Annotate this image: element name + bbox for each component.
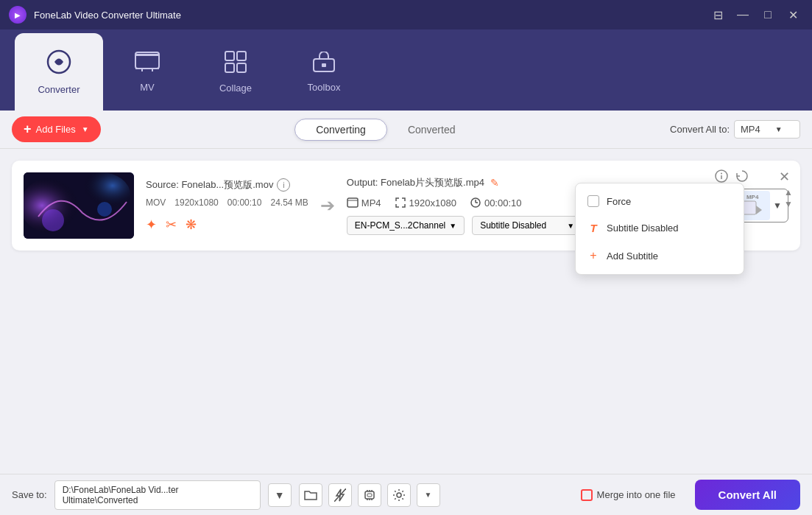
subtitle-menu: Force T Subtitle Disabled + Add Subtitle xyxy=(575,183,744,275)
convert-all-to-label: Convert All to: xyxy=(670,124,730,135)
info-icon[interactable]: i xyxy=(277,178,290,192)
tab-converter-label: Converter xyxy=(38,84,80,95)
file-size: 24.54 MB xyxy=(270,197,308,208)
svg-point-17 xyxy=(97,202,112,217)
card-nav: ▲ ▼ xyxy=(784,187,793,209)
settings-dropdown-btn[interactable]: ▼ xyxy=(417,483,440,507)
add-subtitle-label: Add Subtitle xyxy=(607,251,658,262)
subtitle-dropdown-arrow: ▼ xyxy=(567,222,574,230)
folder-browse-button[interactable] xyxy=(299,483,322,507)
add-subtitle-icon: + xyxy=(587,249,599,262)
converting-tab[interactable]: Converting xyxy=(294,119,387,141)
collage-icon xyxy=(225,51,247,78)
tab-toolbox-label: Toolbox xyxy=(308,82,341,93)
tab-collage-label: Collage xyxy=(219,83,252,94)
format-dropdown-arrow: ▼ xyxy=(775,125,783,133)
format-value: MP4 xyxy=(741,124,760,135)
svg-rect-29 xyxy=(367,494,372,497)
badge-dropdown-arrow[interactable]: ▼ xyxy=(773,200,782,211)
thumbnail-image xyxy=(24,172,134,239)
toolbox-icon xyxy=(313,52,335,77)
add-files-label: Add Files xyxy=(36,124,76,135)
trim-icon[interactable]: ✂ xyxy=(166,217,177,233)
file-info: Source: Fonelab...预览版.mov i MOV 1920x108… xyxy=(146,178,308,233)
source-info: Source: Fonelab...预览版.mov i xyxy=(146,178,308,192)
svg-rect-23 xyxy=(743,201,756,214)
subtitle-disabled-label: Subtitle Disabled xyxy=(607,223,679,234)
file-meta: MOV 1920x1080 00:00:10 24.54 MB xyxy=(146,197,308,208)
tab-mv-label: MV xyxy=(140,82,155,93)
subtitle-disabled-item[interactable]: T Subtitle Disabled xyxy=(576,214,744,242)
tab-toolbox[interactable]: Toolbox xyxy=(280,33,368,111)
hardware-accel-button[interactable] xyxy=(358,483,381,507)
tab-converter[interactable]: Converter xyxy=(15,33,103,111)
svg-rect-6 xyxy=(135,54,159,56)
maximize-button[interactable]: □ xyxy=(758,4,778,25)
svg-rect-28 xyxy=(365,491,374,499)
force-checkbox[interactable] xyxy=(587,195,599,207)
svg-point-36 xyxy=(397,493,401,497)
add-files-dropdown-arrow[interactable]: ▼ xyxy=(82,125,89,133)
svg-rect-9 xyxy=(225,63,234,72)
add-files-button[interactable]: + Add Files ▼ xyxy=(12,116,101,142)
svg-rect-7 xyxy=(225,52,234,60)
subtitle-dropdown[interactable]: Subtitle Disabled ▼ xyxy=(472,216,582,235)
output-duration-prop: 00:00:10 xyxy=(470,197,522,209)
subtitle-force-item[interactable]: Force xyxy=(576,188,744,214)
add-subtitle-item[interactable]: + Add Subtitle xyxy=(576,242,744,270)
file-actions: ✦ ✂ ❋ xyxy=(146,217,308,233)
close-button[interactable]: ✕ xyxy=(783,4,803,25)
conversion-tabs: Converting Converted xyxy=(108,119,663,141)
enhance-icon[interactable]: ✦ xyxy=(146,217,157,233)
subtitle-disabled-icon: T xyxy=(587,222,599,234)
file-resolution: 1920x1080 xyxy=(174,197,218,208)
window-controls: ⊟ — □ ✕ xyxy=(707,4,803,25)
card-nav-down[interactable]: ▼ xyxy=(784,199,793,209)
audio-dropdown[interactable]: EN-PCM_S...2Channel ▼ xyxy=(347,216,465,235)
convert-all-button[interactable]: Convert All xyxy=(695,480,800,510)
audio-dropdown-arrow: ▼ xyxy=(449,222,456,230)
merge-checkbox[interactable] xyxy=(581,489,593,501)
card-nav-up[interactable]: ▲ xyxy=(784,187,793,197)
mv-icon xyxy=(135,52,160,77)
merge-label: Merge into one file xyxy=(597,489,676,500)
minimize-button[interactable]: — xyxy=(732,4,753,25)
save-path-dropdown-btn[interactable]: ▼ xyxy=(268,483,292,507)
tab-collage[interactable]: Collage xyxy=(191,33,280,111)
flash-off-button[interactable] xyxy=(328,483,352,507)
source-text: Source: Fonelab...预览版.mov xyxy=(146,178,273,192)
caption-button[interactable]: ⊟ xyxy=(707,4,728,25)
bottom-icons: ▼ xyxy=(299,483,440,507)
output-text: Output: Fonelab片头预览版.mp4 xyxy=(347,176,484,189)
converted-tab[interactable]: Converted xyxy=(387,119,476,141)
bottom-bar: Save to: D:\FoneLab\FoneLab Vid...ter Ul… xyxy=(0,474,812,515)
file-thumbnail xyxy=(24,172,134,239)
tab-bar: Converter MV Collage xyxy=(0,29,812,111)
subtitle-value: Subtitle Disabled xyxy=(480,220,546,231)
card-close-button[interactable]: ✕ xyxy=(775,168,793,186)
svg-point-16 xyxy=(42,209,64,231)
force-label: Force xyxy=(607,196,631,207)
output-format-prop: MP4 xyxy=(347,197,381,209)
merge-check-area: Merge into one file xyxy=(581,489,676,501)
output-resolution-prop: 1920x1080 xyxy=(395,197,456,209)
file-duration: 00:00:10 xyxy=(227,197,262,208)
effect-icon[interactable]: ❋ xyxy=(186,217,197,233)
settings-more-button[interactable] xyxy=(387,483,411,507)
title-bar: ▶ FoneLab Video Converter Ultimate ⊟ — □… xyxy=(0,0,812,29)
svg-rect-8 xyxy=(237,52,246,60)
edit-icon[interactable]: ✎ xyxy=(490,177,499,189)
format-dropdown[interactable]: MP4 ▼ xyxy=(734,120,800,139)
svg-rect-10 xyxy=(237,63,246,72)
app-title: FoneLab Video Converter Ultimate xyxy=(34,10,707,21)
save-path-display: D:\FoneLab\FoneLab Vid...ter Ultimate\Co… xyxy=(54,480,261,510)
tab-mv[interactable]: MV xyxy=(103,33,191,111)
app-logo: ▶ xyxy=(9,6,27,24)
converter-icon xyxy=(46,49,71,80)
file-format: MOV xyxy=(146,197,166,208)
svg-point-26 xyxy=(721,173,722,175)
save-to-label: Save to: xyxy=(12,489,47,500)
arrow-separator: ➔ xyxy=(320,195,335,216)
convert-all-to: Convert All to: MP4 ▼ xyxy=(670,120,800,139)
svg-rect-12 xyxy=(322,63,326,67)
